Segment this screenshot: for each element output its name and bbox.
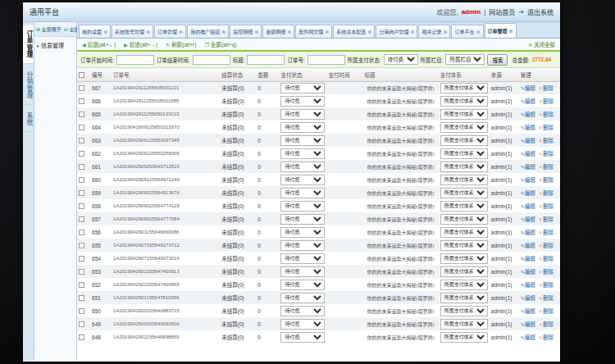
vertical-tab[interactable]: 订单管理 (23, 25, 34, 64)
expand-all-button[interactable]: ⊞ 全部展开 (36, 25, 61, 33)
edit-link[interactable]: ✎编辑 (521, 308, 535, 314)
category-select[interactable]: 所属栏目 (445, 54, 485, 65)
pay-status-row-select[interactable]: 待付费 (280, 122, 325, 133)
pay-system-row-select[interactable]: 所属支付体系 (440, 253, 488, 264)
row-checkbox[interactable] (79, 111, 84, 117)
edit-link[interactable]: ✎编辑 (521, 164, 535, 170)
delete-link[interactable]: ✕删除 (539, 164, 554, 170)
end-time-input[interactable] (193, 55, 230, 65)
title-filter-input[interactable] (247, 55, 285, 65)
row-checkbox[interactable] (79, 308, 84, 314)
tab[interactable]: 软件网管理 ⊗ (295, 25, 332, 38)
edit-link[interactable]: ✎编辑 (521, 230, 535, 235)
edit-link[interactable]: ✎编辑 (521, 98, 535, 104)
pay-system-row-select[interactable]: 所属支付体系 (440, 201, 488, 212)
tab[interactable]: 订单管理 ⊗ (485, 23, 517, 38)
edit-link[interactable]: ✎编辑 (521, 190, 535, 196)
pay-status-row-select[interactable]: 待付费 (280, 188, 325, 198)
row-checkbox[interactable] (79, 216, 84, 222)
close-circle-icon[interactable]: ⊗ (146, 30, 150, 34)
pay-status-row-select[interactable]: 待付费 (280, 201, 325, 212)
pay-status-row-select[interactable]: 待付费 (280, 253, 325, 264)
pay-status-row-select[interactable]: 待付费 (280, 266, 325, 277)
row-checkbox[interactable] (79, 269, 84, 275)
row-checkbox[interactable] (79, 151, 84, 157)
pay-system-row-select[interactable]: 所属支付体系 (440, 162, 488, 172)
pay-system-row-select[interactable]: 所属支付体系 (440, 293, 488, 303)
sidebar-item-info-management[interactable]: ▸ 信息管理 (34, 37, 76, 53)
vertical-tab[interactable]: 系统 (23, 107, 34, 132)
pay-system-row-select[interactable]: 所属支付体系 (440, 306, 488, 316)
edit-link[interactable]: ✎编辑 (521, 334, 535, 340)
tab[interactable]: 提现明细 ⊗ (230, 25, 262, 38)
edit-link[interactable]: ✎编辑 (521, 295, 535, 301)
tab[interactable]: 系统基本配置 ⊗ (333, 25, 375, 38)
row-checkbox[interactable] (79, 177, 84, 183)
row-checkbox[interactable] (79, 295, 84, 301)
close-circle-icon[interactable]: ⊗ (221, 30, 226, 34)
delete-link[interactable]: ✕删除 (539, 138, 554, 143)
close-circle-icon[interactable]: ⊗ (410, 30, 414, 34)
pay-system-row-select[interactable]: 所属支付体系 (440, 332, 488, 343)
edit-link[interactable]: ✎编辑 (521, 125, 535, 130)
tab[interactable]: 金额明细 ⊗ (262, 25, 294, 38)
row-checkbox[interactable] (79, 190, 84, 196)
delete-link[interactable]: ✕删除 (539, 85, 554, 91)
edit-link[interactable]: ✎编辑 (521, 256, 535, 262)
delete-link[interactable]: ✕删除 (539, 243, 554, 248)
pay-system-row-select[interactable]: 所属支付体系 (440, 240, 488, 251)
pay-status-row-select[interactable]: 待付费 (280, 162, 325, 172)
close-circle-icon[interactable]: ⊗ (179, 30, 183, 34)
delete-link[interactable]: ✕删除 (539, 203, 554, 209)
close-circle-icon[interactable]: ⊗ (443, 30, 447, 34)
tab[interactable]: 我的桌面 ⊗ (79, 25, 111, 38)
refresh-button[interactable]: ↻ 刷新(alt+r) (166, 40, 196, 48)
pay-status-row-select[interactable]: 待付费 (280, 332, 325, 343)
logout-link[interactable]: 退出系统 (527, 7, 554, 16)
pay-status-row-select[interactable]: 待付费 (280, 280, 325, 290)
delete-link[interactable]: ✕删除 (539, 151, 554, 157)
delete-link[interactable]: ✕删除 (539, 308, 554, 314)
pay-system-row-select[interactable]: 所属支付体系 (440, 83, 488, 93)
pay-system-row-select[interactable]: 所属支付体系 (440, 214, 488, 225)
edit-link[interactable]: ✎编辑 (521, 151, 535, 157)
pay-system-row-select[interactable]: 所属支付体系 (440, 135, 488, 146)
start-time-input[interactable] (116, 55, 154, 65)
row-checkbox[interactable] (79, 125, 84, 130)
search-button[interactable]: 搜索 (487, 54, 508, 66)
row-checkbox[interactable] (79, 321, 84, 327)
pay-status-row-select[interactable]: 待付费 (280, 293, 325, 303)
pay-system-row-select[interactable]: 所属支付体系 (440, 280, 488, 290)
delete-link[interactable]: ✕删除 (539, 230, 554, 235)
tab[interactable]: 我的推广链接 ⊗ (187, 25, 229, 38)
close-circle-icon[interactable]: ⊗ (287, 30, 291, 34)
delete-link[interactable]: ✕删除 (539, 269, 554, 275)
pay-system-row-select[interactable]: 所属支付体系 (440, 109, 488, 120)
pay-system-row-select[interactable]: 所属支付体系 (440, 266, 488, 277)
row-checkbox[interactable] (79, 98, 84, 104)
edit-link[interactable]: ✎编辑 (521, 85, 535, 91)
pay-status-row-select[interactable]: 待付费 (280, 175, 325, 185)
row-checkbox[interactable] (79, 203, 84, 209)
pay-system-row-select[interactable]: 所属支付体系 (440, 175, 488, 185)
edit-link[interactable]: ✎编辑 (521, 243, 535, 248)
pay-system-row-select[interactable]: 所属支付体系 (440, 227, 488, 238)
tab[interactable]: 订单管理 ⊗ (154, 25, 186, 38)
close-circle-icon[interactable]: ⊗ (325, 30, 329, 34)
order-no-input[interactable] (308, 55, 345, 65)
pay-status-row-select[interactable]: 待付费 (280, 214, 325, 225)
delete-link[interactable]: ✕删除 (539, 295, 554, 301)
row-checkbox[interactable] (79, 243, 84, 248)
pay-status-row-select[interactable]: 待付费 (280, 96, 325, 107)
pay-status-row-select[interactable]: 待付费 (280, 240, 325, 251)
close-all-button[interactable]: ✕ 关闭全部 (528, 40, 555, 48)
edit-link[interactable]: ✎编辑 (521, 321, 535, 327)
edit-link[interactable]: ✎编辑 (521, 269, 535, 275)
delete-link[interactable]: ✕删除 (539, 177, 554, 183)
pay-status-row-select[interactable]: 待付费 (280, 306, 325, 316)
delete-link[interactable]: ✕删除 (539, 334, 554, 340)
close-circle-icon[interactable]: ⊗ (509, 29, 513, 34)
delete-link[interactable]: ✕删除 (539, 282, 554, 288)
home-link[interactable]: 网站首页 (489, 7, 515, 16)
pay-system-row-select[interactable]: 所属支付体系 (440, 188, 488, 198)
